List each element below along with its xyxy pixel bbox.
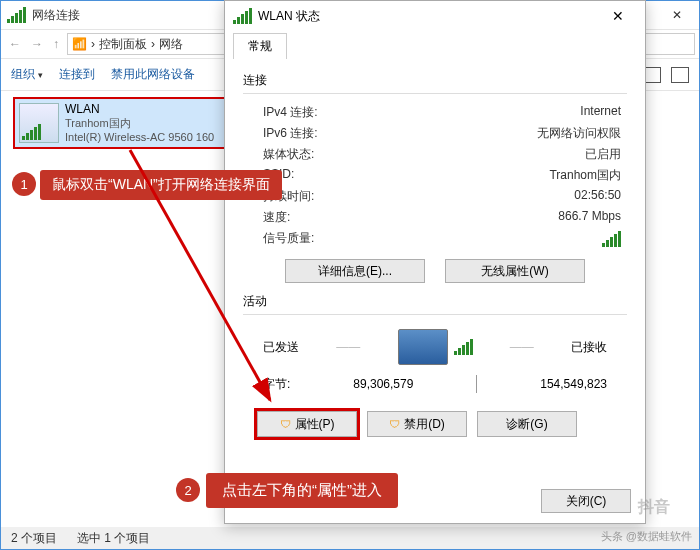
properties-label: 属性(P) bbox=[295, 416, 335, 433]
monitor-icon bbox=[398, 329, 448, 365]
up-icon[interactable]: ↑ bbox=[53, 37, 59, 51]
watermark: 头条 @数据蛙软件 bbox=[601, 529, 692, 544]
dialog-title: WLAN 状态 bbox=[258, 8, 320, 25]
duration-value: 02:56:50 bbox=[574, 188, 621, 205]
connection-network: Tranhom国内 bbox=[65, 116, 214, 130]
bytes-label: 字节: bbox=[263, 376, 290, 393]
divider bbox=[476, 375, 477, 393]
signal-icon bbox=[233, 8, 252, 24]
info-pane-icon[interactable] bbox=[671, 67, 689, 83]
annotation-step-2-text: 点击左下角的“属性”进入 bbox=[206, 473, 398, 508]
properties-button[interactable]: 🛡属性(P) bbox=[257, 411, 357, 437]
media-label: 媒体状态: bbox=[263, 146, 314, 163]
window-title: 网络连接 bbox=[32, 7, 80, 24]
details-button[interactable]: 详细信息(E)... bbox=[285, 259, 425, 283]
tab-general[interactable]: 常规 bbox=[233, 33, 287, 59]
annotation-step-1-badge: 1 bbox=[12, 172, 36, 196]
wlan-status-dialog: WLAN 状态 ✕ 常规 连接 IPv4 连接:Internet IPv6 连接… bbox=[224, 0, 646, 524]
disable-button[interactable]: 🛡禁用(D) bbox=[367, 411, 467, 437]
disable-device-button[interactable]: 禁用此网络设备 bbox=[111, 66, 195, 83]
connect-to-button[interactable]: 连接到 bbox=[59, 66, 95, 83]
media-value: 已启用 bbox=[585, 146, 621, 163]
speed-value: 866.7 Mbps bbox=[558, 209, 621, 226]
shield-icon: 🛡 bbox=[389, 418, 400, 430]
adapter-icon bbox=[19, 103, 59, 143]
breadcrumb-item[interactable]: 控制面板 bbox=[99, 36, 147, 53]
disable-label: 禁用(D) bbox=[404, 416, 445, 433]
ssid-value: Tranhom国内 bbox=[549, 167, 621, 184]
status-bar: 2 个项目 选中 1 个项目 bbox=[1, 527, 699, 549]
ipv6-value: 无网络访问权限 bbox=[537, 125, 621, 142]
forward-icon[interactable]: → bbox=[31, 37, 43, 51]
diagnose-button[interactable]: 诊断(G) bbox=[477, 411, 577, 437]
dialog-titlebar: WLAN 状态 ✕ bbox=[225, 1, 645, 31]
organize-menu[interactable]: 组织 bbox=[11, 66, 43, 83]
close-button[interactable]: ✕ bbox=[655, 1, 699, 29]
signal-quality-label: 信号质量: bbox=[263, 230, 314, 247]
signal-icon bbox=[454, 339, 473, 355]
folder-icon: 📶 bbox=[72, 37, 87, 51]
signal-quality-icon bbox=[602, 230, 621, 247]
connection-adapter: Intel(R) Wireless-AC 9560 160 bbox=[65, 130, 214, 144]
breadcrumb-item[interactable]: 网络 bbox=[159, 36, 183, 53]
sent-label: 已发送 bbox=[263, 339, 299, 356]
annotation-step-2-badge: 2 bbox=[176, 478, 200, 502]
signal-icon bbox=[7, 7, 26, 23]
selected-count: 选中 1 个项目 bbox=[77, 530, 150, 547]
ipv4-value: Internet bbox=[580, 104, 621, 121]
recv-bytes: 154,549,823 bbox=[540, 377, 607, 391]
connection-name: WLAN bbox=[65, 102, 214, 116]
watermark: 抖音 bbox=[638, 497, 670, 518]
section-activity: 活动 bbox=[243, 293, 627, 310]
close-button[interactable]: 关闭(C) bbox=[541, 489, 631, 513]
ipv4-label: IPv4 连接: bbox=[263, 104, 318, 121]
speed-label: 速度: bbox=[263, 209, 290, 226]
divider bbox=[243, 314, 627, 315]
shield-icon: 🛡 bbox=[280, 418, 291, 430]
annotation-step-1-text: 鼠标双击“WLAN”打开网络连接界面 bbox=[40, 170, 282, 200]
dialog-close-button[interactable]: ✕ bbox=[599, 3, 637, 29]
sent-bytes: 89,306,579 bbox=[353, 377, 413, 391]
tab-strip: 常规 bbox=[225, 31, 645, 58]
recv-label: 已接收 bbox=[571, 339, 607, 356]
item-count: 2 个项目 bbox=[11, 530, 57, 547]
wlan-connection-item[interactable]: WLAN Tranhom国内 Intel(R) Wireless-AC 9560… bbox=[13, 97, 227, 149]
section-connection: 连接 bbox=[243, 72, 627, 89]
back-icon[interactable]: ← bbox=[9, 37, 21, 51]
ipv6-label: IPv6 连接: bbox=[263, 125, 318, 142]
divider bbox=[243, 93, 627, 94]
wireless-properties-button[interactable]: 无线属性(W) bbox=[445, 259, 585, 283]
